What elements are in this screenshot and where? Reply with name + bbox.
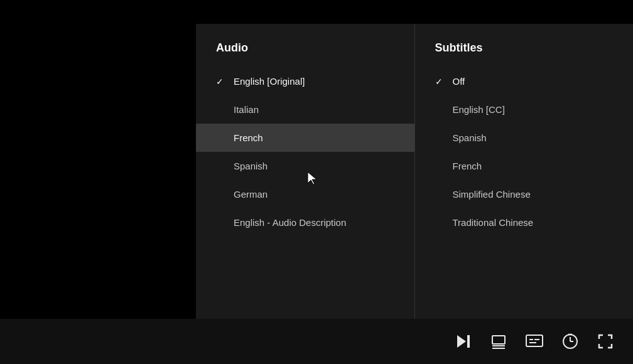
subtitles-column: Subtitles ✓ Off ✓ English [CC] ✓ Spanish… xyxy=(414,24,634,319)
audio-item-spanish[interactable]: ✓ Spanish xyxy=(196,152,414,180)
audio-item-italian[interactable]: ✓ Italian xyxy=(196,95,414,124)
subtitles-header: Subtitles xyxy=(415,41,634,67)
svg-rect-2 xyxy=(467,335,470,348)
fullscreen-button[interactable] xyxy=(597,333,614,350)
subtitle-label-off: Off xyxy=(453,76,465,87)
audio-label-french: French xyxy=(234,132,263,143)
subtitle-label-traditional-chinese: Traditional Chinese xyxy=(453,217,534,228)
subtitle-label-simplified-chinese: Simplified Chinese xyxy=(453,189,531,200)
subtitle-item-traditional-chinese[interactable]: ✓ Traditional Chinese xyxy=(415,208,634,237)
audio-item-audio-description[interactable]: ✓ English - Audio Description xyxy=(196,208,414,237)
audio-column: Audio ✓ English [Original] ✓ Italian ✓ F… xyxy=(196,24,414,319)
episode-list-button[interactable] xyxy=(490,333,507,350)
player-background: groovyPost.com Audio ✓ English [Original… xyxy=(0,0,633,364)
audio-label-english-original: English [Original] xyxy=(234,76,305,87)
svg-rect-3 xyxy=(492,336,505,344)
controls-bar xyxy=(0,319,633,364)
checkmark-icon: ✓ xyxy=(216,77,229,87)
subtitle-label-spanish: Spanish xyxy=(453,132,487,143)
subtitle-item-off[interactable]: ✓ Off xyxy=(415,67,634,95)
checkmark-icon-off: ✓ xyxy=(435,77,448,87)
skip-next-button[interactable] xyxy=(455,333,472,350)
subtitle-item-spanish[interactable]: ✓ Spanish xyxy=(415,124,634,152)
playback-speed-button[interactable] xyxy=(561,333,579,350)
subtitle-item-english-cc[interactable]: ✓ English [CC] xyxy=(415,95,634,124)
svg-rect-6 xyxy=(526,335,543,346)
subtitle-label-french: French xyxy=(453,161,482,171)
audio-label-german: German xyxy=(234,189,268,200)
menu-panel: Audio ✓ English [Original] ✓ Italian ✓ F… xyxy=(196,24,633,319)
audio-label-italian: Italian xyxy=(234,104,259,115)
subtitle-item-french[interactable]: ✓ French xyxy=(415,152,634,180)
audio-item-french[interactable]: ✓ French xyxy=(196,124,414,152)
subtitle-label-english-cc: English [CC] xyxy=(453,104,505,115)
subtitle-item-simplified-chinese[interactable]: ✓ Simplified Chinese xyxy=(415,180,634,208)
audio-header: Audio xyxy=(196,41,414,67)
audio-item-german[interactable]: ✓ German xyxy=(196,180,414,208)
audio-label-spanish: Spanish xyxy=(234,161,268,171)
audio-item-english-original[interactable]: ✓ English [Original] xyxy=(196,67,414,95)
subtitles-button[interactable] xyxy=(525,333,544,350)
svg-marker-1 xyxy=(457,335,466,348)
audio-label-audio-description: English - Audio Description xyxy=(234,217,346,228)
